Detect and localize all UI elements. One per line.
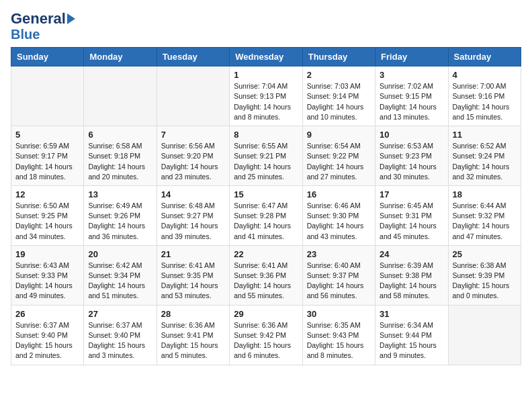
day-number: 31 xyxy=(380,309,443,319)
day-info: Sunrise: 6:39 AMSunset: 9:38 PMDaylight:… xyxy=(380,261,443,302)
day-number: 7 xyxy=(161,130,225,140)
table-row: 8Sunrise: 6:55 AMSunset: 9:21 PMDaylight… xyxy=(230,126,302,186)
day-number: 4 xyxy=(453,70,517,80)
day-number: 11 xyxy=(453,130,517,140)
calendar-week-row: 5Sunrise: 6:59 AMSunset: 9:17 PMDaylight… xyxy=(11,126,521,186)
day-info: Sunrise: 6:45 AMSunset: 9:31 PMDaylight:… xyxy=(380,201,443,242)
table-row: 20Sunrise: 6:42 AMSunset: 9:34 PMDayligh… xyxy=(84,245,157,305)
calendar-week-row: 19Sunrise: 6:43 AMSunset: 9:33 PMDayligh… xyxy=(11,245,521,305)
calendar-week-row: 1Sunrise: 7:04 AMSunset: 9:13 PMDaylight… xyxy=(11,66,521,126)
day-info: Sunrise: 6:46 AMSunset: 9:30 PMDaylight:… xyxy=(307,201,371,242)
table-row: 24Sunrise: 6:39 AMSunset: 9:38 PMDayligh… xyxy=(375,245,448,305)
day-number: 27 xyxy=(88,309,152,319)
table-row: 17Sunrise: 6:45 AMSunset: 9:31 PMDayligh… xyxy=(375,185,448,245)
table-row xyxy=(11,66,84,126)
day-info: Sunrise: 6:41 AMSunset: 9:35 PMDaylight:… xyxy=(161,261,225,302)
logo-blue: Blue xyxy=(11,27,40,42)
day-number: 21 xyxy=(161,249,225,259)
weekday-header-wednesday: Wednesday xyxy=(230,48,302,66)
weekday-header-saturday: Saturday xyxy=(448,48,521,66)
day-number: 8 xyxy=(234,130,298,140)
day-info: Sunrise: 6:47 AMSunset: 9:28 PMDaylight:… xyxy=(234,201,298,242)
day-info: Sunrise: 6:41 AMSunset: 9:36 PMDaylight:… xyxy=(234,261,298,302)
table-row: 15Sunrise: 6:47 AMSunset: 9:28 PMDayligh… xyxy=(230,185,302,245)
day-info: Sunrise: 6:53 AMSunset: 9:23 PMDaylight:… xyxy=(380,141,443,182)
day-number: 10 xyxy=(380,130,443,140)
table-row: 2Sunrise: 7:03 AMSunset: 9:14 PMDaylight… xyxy=(302,66,375,126)
day-info: Sunrise: 6:54 AMSunset: 9:22 PMDaylight:… xyxy=(307,141,371,182)
day-info: Sunrise: 6:52 AMSunset: 9:24 PMDaylight:… xyxy=(453,141,517,182)
day-number: 13 xyxy=(88,189,152,199)
table-row: 6Sunrise: 6:58 AMSunset: 9:18 PMDaylight… xyxy=(84,126,157,186)
table-row: 22Sunrise: 6:41 AMSunset: 9:36 PMDayligh… xyxy=(230,245,302,305)
day-info: Sunrise: 6:56 AMSunset: 9:20 PMDaylight:… xyxy=(161,141,225,182)
table-row: 7Sunrise: 6:56 AMSunset: 9:20 PMDaylight… xyxy=(157,126,229,186)
table-row: 26Sunrise: 6:37 AMSunset: 9:40 PMDayligh… xyxy=(11,305,84,365)
day-number: 2 xyxy=(307,70,371,80)
table-row: 10Sunrise: 6:53 AMSunset: 9:23 PMDayligh… xyxy=(375,126,448,186)
day-info: Sunrise: 6:59 AMSunset: 9:17 PMDaylight:… xyxy=(15,141,79,182)
table-row: 13Sunrise: 6:49 AMSunset: 9:26 PMDayligh… xyxy=(84,185,157,245)
table-row: 3Sunrise: 7:02 AMSunset: 9:15 PMDaylight… xyxy=(375,66,448,126)
table-row xyxy=(84,66,157,126)
day-number: 14 xyxy=(161,189,225,199)
day-number: 23 xyxy=(307,249,371,259)
day-info: Sunrise: 6:50 AMSunset: 9:25 PMDaylight:… xyxy=(15,201,79,242)
day-info: Sunrise: 6:58 AMSunset: 9:18 PMDaylight:… xyxy=(88,141,152,182)
day-number: 20 xyxy=(88,249,152,259)
day-number: 9 xyxy=(307,130,371,140)
day-info: Sunrise: 6:36 AMSunset: 9:41 PMDaylight:… xyxy=(161,320,225,361)
table-row: 12Sunrise: 6:50 AMSunset: 9:25 PMDayligh… xyxy=(11,185,84,245)
day-info: Sunrise: 7:04 AMSunset: 9:13 PMDaylight:… xyxy=(234,81,298,122)
calendar-week-row: 26Sunrise: 6:37 AMSunset: 9:40 PMDayligh… xyxy=(11,305,521,365)
day-info: Sunrise: 6:48 AMSunset: 9:27 PMDaylight:… xyxy=(161,201,225,242)
table-row: 4Sunrise: 7:00 AMSunset: 9:16 PMDaylight… xyxy=(448,66,521,126)
table-row: 19Sunrise: 6:43 AMSunset: 9:33 PMDayligh… xyxy=(11,245,84,305)
logo-arrow-icon xyxy=(67,13,75,24)
weekday-header-friday: Friday xyxy=(375,48,448,66)
day-number: 6 xyxy=(88,130,152,140)
logo-general: General xyxy=(11,11,66,27)
table-row: 29Sunrise: 6:36 AMSunset: 9:42 PMDayligh… xyxy=(230,305,302,365)
table-row: 28Sunrise: 6:36 AMSunset: 9:41 PMDayligh… xyxy=(157,305,229,365)
day-number: 28 xyxy=(161,309,225,319)
page-header: General Blue xyxy=(11,11,521,42)
weekday-header-thursday: Thursday xyxy=(302,48,375,66)
day-number: 26 xyxy=(15,309,79,319)
table-row: 31Sunrise: 6:34 AMSunset: 9:44 PMDayligh… xyxy=(375,305,448,365)
day-number: 24 xyxy=(380,249,443,259)
day-number: 22 xyxy=(234,249,298,259)
table-row: 11Sunrise: 6:52 AMSunset: 9:24 PMDayligh… xyxy=(448,126,521,186)
table-row: 1Sunrise: 7:04 AMSunset: 9:13 PMDaylight… xyxy=(230,66,302,126)
day-number: 19 xyxy=(15,249,79,259)
day-info: Sunrise: 6:34 AMSunset: 9:44 PMDaylight:… xyxy=(380,320,443,361)
day-number: 1 xyxy=(234,70,298,80)
day-info: Sunrise: 7:02 AMSunset: 9:15 PMDaylight:… xyxy=(380,81,443,122)
day-info: Sunrise: 6:40 AMSunset: 9:37 PMDaylight:… xyxy=(307,261,371,302)
table-row: 18Sunrise: 6:44 AMSunset: 9:32 PMDayligh… xyxy=(448,185,521,245)
table-row: 5Sunrise: 6:59 AMSunset: 9:17 PMDaylight… xyxy=(11,126,84,186)
day-number: 12 xyxy=(15,189,79,199)
weekday-header-row: SundayMondayTuesdayWednesdayThursdayFrid… xyxy=(11,48,521,66)
weekday-header-sunday: Sunday xyxy=(11,48,84,66)
table-row: 23Sunrise: 6:40 AMSunset: 9:37 PMDayligh… xyxy=(302,245,375,305)
day-info: Sunrise: 6:44 AMSunset: 9:32 PMDaylight:… xyxy=(453,201,517,242)
calendar-table: SundayMondayTuesdayWednesdayThursdayFrid… xyxy=(11,47,521,365)
day-info: Sunrise: 6:43 AMSunset: 9:33 PMDaylight:… xyxy=(15,261,79,302)
day-info: Sunrise: 6:38 AMSunset: 9:39 PMDaylight:… xyxy=(453,261,517,302)
day-number: 18 xyxy=(453,189,517,199)
table-row: 9Sunrise: 6:54 AMSunset: 9:22 PMDaylight… xyxy=(302,126,375,186)
day-info: Sunrise: 6:37 AMSunset: 9:40 PMDaylight:… xyxy=(15,320,79,361)
day-info: Sunrise: 6:49 AMSunset: 9:26 PMDaylight:… xyxy=(88,201,152,242)
day-info: Sunrise: 6:36 AMSunset: 9:42 PMDaylight:… xyxy=(234,320,298,361)
day-info: Sunrise: 7:03 AMSunset: 9:14 PMDaylight:… xyxy=(307,81,371,122)
table-row: 30Sunrise: 6:35 AMSunset: 9:43 PMDayligh… xyxy=(302,305,375,365)
table-row: 21Sunrise: 6:41 AMSunset: 9:35 PMDayligh… xyxy=(157,245,229,305)
table-row xyxy=(157,66,229,126)
table-row: 16Sunrise: 6:46 AMSunset: 9:30 PMDayligh… xyxy=(302,185,375,245)
table-row xyxy=(448,305,521,365)
day-number: 17 xyxy=(380,189,443,199)
day-info: Sunrise: 6:55 AMSunset: 9:21 PMDaylight:… xyxy=(234,141,298,182)
day-number: 3 xyxy=(380,70,443,80)
weekday-header-tuesday: Tuesday xyxy=(157,48,229,66)
